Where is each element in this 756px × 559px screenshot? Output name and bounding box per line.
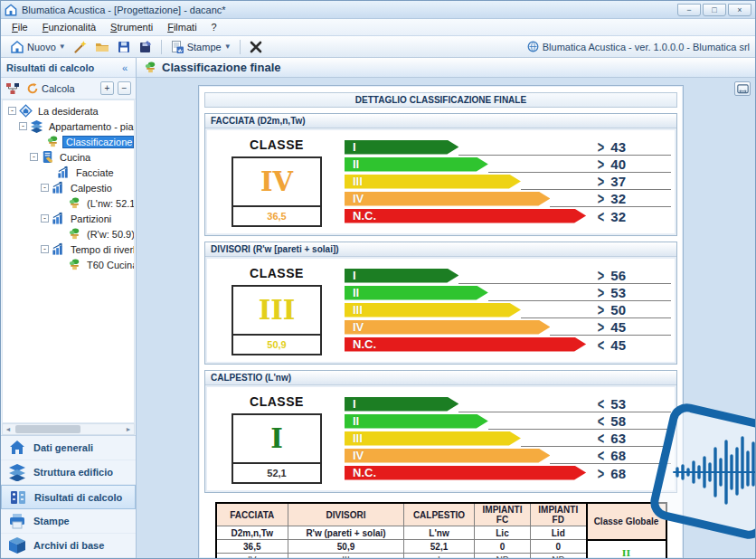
threshold-value: 43 — [610, 139, 626, 155]
class-summary: CLASSE III 50,9 — [209, 264, 345, 355]
table-class: NP — [475, 554, 531, 559]
sub-header: L'nw — [404, 526, 475, 540]
tree-item-label[interactable]: (R'w: 50.9) ( — [84, 229, 134, 240]
tree-item[interactable]: - Tempo di riverbe — [5, 242, 134, 257]
org-chart-icon[interactable] — [5, 81, 20, 96]
close-button[interactable]: × — [728, 4, 751, 16]
threshold-value: 63 — [610, 431, 626, 446]
collapse-all-button[interactable]: − — [118, 81, 131, 95]
tree-item-label[interactable]: Tempo di riverbe — [68, 244, 134, 255]
class-arrow-label: II — [345, 414, 359, 429]
detail-header: DETTAGLIO CLASSIFICAZIONE FINALE — [204, 92, 677, 108]
minimize-button[interactable]: − — [677, 4, 701, 16]
tree-expander-icon[interactable]: - — [41, 245, 49, 253]
tree-item-label[interactable]: La desiderata — [35, 106, 101, 117]
title-bar: Blumatica Acustica - [Progettazione] - d… — [1, 1, 755, 19]
tree-item-label[interactable]: T60 Cucina — [84, 260, 134, 270]
chart-icon — [52, 212, 65, 225]
class-arrow: II — [345, 286, 488, 300]
tree-item[interactable]: - Partizioni — [5, 211, 134, 226]
main-header: Classificazione finale — [137, 58, 755, 78]
tree-item-label[interactable]: Partizioni — [68, 213, 114, 224]
class-arrow: IV — [345, 192, 550, 206]
tree-item-label[interactable]: Classificazione finale — [62, 136, 134, 148]
tree-expander-icon[interactable] — [35, 137, 43, 146]
tools-button[interactable] — [245, 38, 267, 56]
classe-box: I 52,1 — [232, 413, 322, 484]
sidebar-nav-item[interactable]: Archivi di base — [1, 534, 136, 558]
tree-expander-icon[interactable]: - — [19, 122, 27, 130]
scroll-left-icon[interactable]: ◄ — [3, 426, 14, 432]
classification-icon — [68, 196, 81, 210]
tree-item[interactable]: (R'w: 50.9) ( — [5, 226, 134, 242]
tree-item[interactable]: T60 Cucina — [5, 257, 134, 272]
threshold-value: 32 — [610, 191, 626, 206]
col-header: CALPESTIO — [404, 503, 475, 526]
scroll-right-icon[interactable]: ► — [123, 426, 134, 432]
chart-icon — [57, 166, 71, 179]
wizard-button[interactable] — [70, 38, 91, 56]
tree-item[interactable]: - Appartamento - piano 1 - i — [5, 118, 134, 134]
tree-item[interactable]: Facciate — [5, 165, 134, 180]
tree-item-label[interactable]: Cucina — [57, 152, 93, 163]
expand-all-button[interactable]: + — [100, 81, 114, 95]
tree-expander-icon[interactable]: - — [30, 153, 38, 161]
tree-expander-icon[interactable]: - — [8, 107, 16, 115]
tree-item[interactable]: (L'nw: 52.1) — [5, 195, 134, 211]
app-logo-icon — [5, 4, 17, 16]
menu-item[interactable]: File — [5, 20, 35, 34]
tree-horizontal-scrollbar[interactable]: ◄ ► — [2, 423, 135, 435]
scrollbar-thumb[interactable] — [15, 425, 80, 433]
class-arrow: III — [345, 431, 521, 446]
class-arrow-label: N.C. — [345, 209, 376, 223]
tree-item-label[interactable]: Appartamento - piano 1 - i — [46, 121, 134, 132]
menu-item[interactable]: Funzionalità — [35, 20, 103, 34]
tree-expander-icon[interactable]: - — [41, 184, 49, 192]
tree-expander-icon[interactable]: - — [41, 214, 49, 223]
classification-icon — [68, 258, 81, 271]
menu-item[interactable]: Strumenti — [103, 20, 160, 34]
class-scale-row: II > 40 — [345, 156, 671, 173]
tree-item-label[interactable]: (L'nw: 52.1) — [84, 198, 134, 209]
sidebar-nav-item[interactable]: Risultati di calcolo — [1, 485, 136, 509]
menu-item[interactable]: ? — [204, 20, 224, 34]
tree-expander-icon[interactable] — [57, 261, 65, 269]
tree-expander-icon[interactable] — [57, 199, 65, 207]
maximize-button[interactable]: □ — [703, 4, 726, 16]
table-value: 0 — [531, 540, 587, 554]
class-arrow: II — [345, 157, 488, 172]
threshold-value: 58 — [610, 413, 626, 429]
content-area: DETTAGLIO CLASSIFICAZIONE FINALE FACCIAT… — [137, 78, 755, 558]
tree-toolbar: Calcola + − — [1, 78, 136, 99]
threshold-value: 45 — [610, 336, 626, 352]
open-button[interactable] — [91, 38, 113, 56]
sidebar-collapse-button[interactable]: « — [119, 62, 130, 73]
table-value: 50,9 — [288, 540, 404, 554]
sidebar-nav-label: Dati generali — [33, 442, 93, 453]
calcola-button[interactable]: Calcola — [24, 81, 78, 96]
save-all-button[interactable] — [135, 38, 156, 56]
tree-item[interactable]: - La desiderata — [5, 103, 134, 118]
tree-item-label[interactable]: Calpestio — [68, 183, 115, 194]
tree-expander-icon[interactable] — [46, 168, 54, 176]
toolbar-separator — [161, 40, 162, 54]
sidebar-nav-item[interactable]: Struttura edificio — [1, 460, 136, 485]
class-arrow-label: N.C. — [345, 466, 376, 480]
classification-section: CALPESTIO (L'nw) CLASSE I 52,1 — [204, 370, 677, 493]
tree-item[interactable]: - Cucina — [5, 149, 134, 165]
toggle-preview-button[interactable] — [734, 81, 751, 96]
tree-item-label[interactable]: Facciate — [73, 167, 117, 178]
sidebar-title: Risultati di calcolo — [6, 62, 119, 73]
class-arrow: I — [345, 269, 458, 283]
menu-item[interactable]: Filmati — [160, 20, 203, 34]
tree-item[interactable]: - Calpestio — [5, 180, 134, 195]
class-scale-row: IV > 32 — [345, 190, 671, 207]
stampe-button[interactable]: Stampe▼ — [166, 38, 235, 56]
save-button[interactable] — [113, 38, 135, 56]
sub-header: R'w (pareti + solai) — [288, 526, 404, 540]
nuovo-button[interactable]: Nuovo▼ — [6, 38, 70, 56]
tree-expander-icon[interactable] — [57, 230, 65, 238]
tree-item[interactable]: Classificazione finale — [5, 134, 134, 149]
sidebar-nav-item[interactable]: Stampe — [1, 509, 136, 534]
sidebar-nav-item[interactable]: Dati generali — [1, 436, 136, 460]
